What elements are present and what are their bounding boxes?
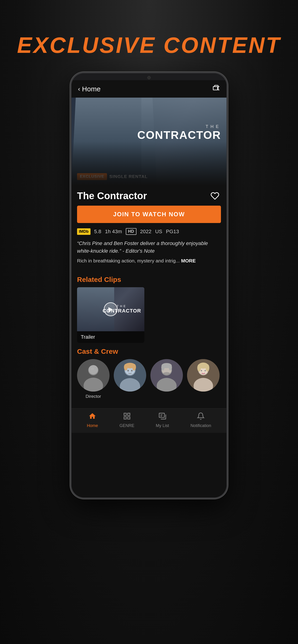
bottom-nav: Home GENRE: [72, 408, 226, 433]
clip-label: Trailer: [77, 331, 144, 343]
svg-rect-0: [213, 86, 218, 90]
cast-section: Director: [72, 359, 226, 404]
notification-icon: [197, 412, 205, 422]
svg-point-28: [197, 364, 201, 372]
director-avatar: [77, 359, 110, 392]
year: 2022: [140, 228, 152, 234]
cast-member-actor2: [150, 359, 183, 399]
nav-item-notification[interactable]: Notification: [191, 412, 211, 428]
movie-description-short: Rich in breathtaking action, mystery and…: [77, 257, 221, 264]
nav-mylist-label: My List: [156, 423, 169, 428]
director-label: Director: [86, 394, 101, 399]
svg-rect-34: [124, 416, 126, 419]
cast-row: Director: [77, 359, 221, 399]
app-header: ‹ Home: [72, 80, 226, 98]
phone-container: ‹ Home: [0, 72, 298, 518]
clips-container: THE CONTRACTOR ▶ Trailer: [72, 287, 226, 343]
svg-point-29: [206, 364, 209, 372]
spacer: [72, 404, 226, 408]
genre-icon: [123, 412, 131, 422]
cast-member-actor1: [114, 359, 146, 399]
svg-point-21: [169, 364, 172, 370]
play-button[interactable]: ▶: [104, 302, 118, 316]
nav-item-mylist[interactable]: My List: [156, 412, 169, 428]
nav-item-genre[interactable]: GENRE: [120, 412, 134, 428]
svg-point-5: [90, 368, 94, 370]
actor1-avatar: [114, 359, 146, 392]
movie-title-row: The Contractor: [77, 190, 221, 202]
country: US: [155, 228, 162, 234]
svg-point-13: [127, 370, 129, 372]
phone-volume-up-button: [70, 108, 71, 120]
svg-rect-33: [128, 413, 130, 416]
cast-member-actor3: [187, 359, 219, 399]
svg-point-12: [132, 364, 136, 370]
actor3-avatar: [187, 359, 219, 392]
exclusive-content-title: EXCLUSIVE CONTENT: [0, 32, 298, 58]
app-content: ‹ Home: [72, 80, 226, 498]
svg-point-30: [201, 370, 202, 372]
favorite-button[interactable]: [209, 190, 221, 202]
imdb-score: 5.8: [94, 228, 101, 234]
clip-card-trailer[interactable]: THE CONTRACTOR ▶ Trailer: [77, 287, 144, 343]
actor2-avatar: [150, 359, 183, 392]
nav-notification-label: Notification: [191, 423, 211, 428]
hero-gradient-overlay: [72, 98, 226, 186]
phone-power-button: [227, 120, 228, 138]
imdb-badge: IMDb: [77, 228, 91, 235]
cast-icon[interactable]: [213, 84, 220, 94]
movie-quote: “Chris Pine and Ben Foster deliver a tho…: [77, 240, 221, 255]
watch-now-button[interactable]: JOIN TO WATCH NOW: [77, 206, 221, 223]
svg-rect-32: [124, 413, 126, 416]
svg-point-14: [131, 370, 133, 372]
back-chevron-icon: ‹: [78, 85, 80, 93]
movie-info-section: The Contractor JOIN TO WATCH NOW IMDb 5.…: [72, 186, 226, 271]
svg-point-22: [163, 372, 170, 375]
quality-badge: HD: [126, 228, 136, 235]
phone-camera: [147, 76, 151, 79]
svg-point-20: [161, 364, 165, 370]
meta-row: IMDb 5.8 1h 43m HD 2022 US PG13: [77, 228, 221, 235]
svg-point-4: [89, 365, 98, 374]
phone-mockup: ‹ Home: [70, 72, 228, 499]
back-button[interactable]: ‹ Home: [78, 85, 101, 93]
related-clips-title: Related Clips: [77, 276, 221, 284]
hero-image: THE CONTRACTOR EXCLUSIVE SINGLE RENTAL: [72, 98, 226, 186]
cast-crew-title: Cast & Crew: [77, 348, 221, 356]
phone-silent-button: [70, 148, 71, 166]
rating: PG13: [166, 228, 179, 234]
phone-top-bar: [72, 73, 226, 80]
home-icon: [88, 412, 96, 422]
cast-member-director: Director: [77, 359, 110, 399]
clip-thumbnail: THE CONTRACTOR ▶: [77, 287, 144, 331]
svg-point-11: [124, 364, 128, 370]
mylist-icon: [159, 412, 166, 422]
movie-title: The Contractor: [77, 190, 147, 202]
duration: 1h 43m: [105, 228, 122, 234]
svg-rect-36: [159, 413, 165, 417]
exclusive-heading-section: EXCLUSIVE CONTENT: [0, 0, 298, 72]
back-label: Home: [82, 85, 101, 93]
svg-rect-35: [128, 416, 130, 419]
nav-home-label: Home: [87, 423, 98, 428]
more-link[interactable]: MORE: [181, 258, 196, 263]
phone-volume-down-button: [70, 124, 71, 143]
nav-item-home[interactable]: Home: [87, 412, 98, 428]
nav-genre-label: GENRE: [120, 423, 134, 428]
svg-point-31: [205, 370, 206, 372]
